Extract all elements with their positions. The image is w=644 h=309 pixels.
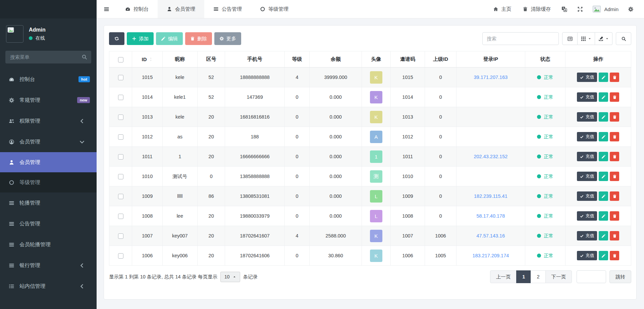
export-dropdown-button[interactable] [595,32,612,45]
sidebar-item-10[interactable]: 站内信管理 [0,276,97,297]
login-ip-link[interactable]: 182.239.115.41 [474,193,507,199]
topbar-tab-1[interactable]: 会员管理 [158,0,204,18]
row-delete-button[interactable] [610,251,619,260]
table-row[interactable]: 1008lee201988003397900.000L1008058.17.40… [109,206,631,226]
sidebar-item-7[interactable]: 公告管理 [0,213,97,234]
row-edit-button[interactable] [599,211,608,221]
language-button[interactable] [556,6,572,12]
row-delete-button[interactable] [610,112,619,122]
cell-status: 正常 [525,226,566,246]
col-header-id[interactable]: ID [132,51,162,68]
row-checkbox[interactable] [118,134,123,140]
sidebar-item-2[interactable]: 权限管理 [0,111,97,131]
row-checkbox[interactable] [118,214,123,219]
row-checkbox[interactable] [118,95,123,100]
sidebar-item-9[interactable]: 银行管理 [0,255,97,276]
row-edit-button[interactable] [599,152,608,161]
columns-dropdown-button[interactable] [578,32,595,45]
row-edit-button[interactable] [599,251,608,260]
recharge-button[interactable]: 充值 [577,231,597,240]
edit-button[interactable]: 编辑 [156,32,183,45]
row-checkbox[interactable] [118,233,123,239]
login-ip-link[interactable]: 39.171.207.163 [474,75,507,80]
row-checkbox[interactable] [118,75,123,80]
row-edit-button[interactable] [599,92,608,102]
table-row[interactable]: 1015kele5218888888888439999.000K1015039.… [109,68,631,87]
prev-page-button[interactable]: 上一页 [490,270,517,283]
login-ip-link[interactable]: 58.17.40.178 [477,213,505,219]
topbar-tab-3[interactable]: 等级管理 [251,0,298,18]
jump-button[interactable]: 跳转 [609,270,631,283]
fullscreen-button[interactable] [572,6,588,12]
recharge-button[interactable]: 充值 [577,172,597,181]
row-edit-button[interactable] [599,172,608,181]
login-ip-link[interactable]: 202.43.232.152 [474,154,507,159]
topbar-tab-0[interactable]: 控制台 [116,0,158,18]
sidebar-item-1[interactable]: 常规管理new [0,90,97,111]
row-edit-button[interactable] [599,231,608,240]
row-checkbox[interactable] [118,115,123,120]
delete-button[interactable]: 删除 [185,32,212,45]
row-delete-button[interactable] [610,211,619,221]
row-edit-button[interactable] [599,112,608,122]
row-checkbox[interactable] [118,253,123,259]
recharge-button[interactable]: 充值 [577,73,597,82]
row-checkbox[interactable] [118,154,123,160]
sidebar-item-6[interactable]: 轮播管理 [0,192,97,213]
recharge-button[interactable]: 充值 [577,251,597,260]
sidebar-item-sub-4[interactable]: 会员管理 [0,152,97,172]
recharge-button[interactable]: 充值 [577,132,597,141]
table-row[interactable]: 1010测试号01385888888800.000测10100正常充值 [109,167,631,186]
row-delete-button[interactable] [610,132,619,141]
table-row[interactable]: 1007key007201870264160742588.000K1007100… [109,226,631,246]
table-search-input[interactable] [482,32,559,45]
table-row[interactable]: 1013kele201681681681600.000K10130正常充值 [109,107,631,127]
table-row[interactable]: 1012as2018800.000A10120正常充值 [109,127,631,147]
table-row[interactable]: 1009lllll861380853108100.000L10090182.23… [109,186,631,206]
sidebar-item-3[interactable]: 会员管理 [0,131,97,152]
login-ip-link[interactable]: 183.217.209.174 [472,253,509,258]
sidebar-item-sub-5[interactable]: 等级管理 [0,172,97,192]
sidebar-item-0[interactable]: 控制台hot [0,69,97,90]
recharge-button[interactable]: 充值 [577,152,597,161]
row-delete-button[interactable] [610,152,619,161]
select-all-checkbox[interactable] [118,57,123,62]
more-button[interactable]: 更多 [214,32,241,45]
menu-toggle-button[interactable] [97,0,116,18]
clear-cache-link[interactable]: 清除缓存 [517,6,556,12]
add-button[interactable]: 添加 [127,32,154,45]
refresh-button[interactable] [109,32,124,45]
page-2-button[interactable]: 2 [531,270,545,283]
row-delete-button[interactable] [610,73,619,82]
row-checkbox[interactable] [118,194,123,199]
settings-button[interactable] [623,6,639,12]
row-checkbox[interactable] [118,174,123,179]
page-jump-input[interactable] [577,270,606,283]
row-delete-button[interactable] [610,172,619,181]
page-1-button[interactable]: 1 [516,270,531,283]
row-delete-button[interactable] [610,231,619,240]
table-row[interactable]: 1014kele15214736900.000K10140正常充值 [109,87,631,107]
table-row[interactable]: 1006key0062018702641606030.860K100610051… [109,246,631,266]
row-delete-button[interactable] [610,191,619,201]
row-edit-button[interactable] [599,73,608,82]
recharge-button[interactable]: 充值 [577,92,597,102]
page-size-select[interactable]: 10 [220,272,240,282]
user-menu[interactable]: Admin [588,5,623,13]
recharge-button[interactable]: 充值 [577,211,597,221]
col-header: 手机号 [225,51,284,68]
recharge-button[interactable]: 充值 [577,112,597,122]
detail-view-button[interactable] [562,32,578,45]
next-page-button[interactable]: 下一页 [545,270,572,283]
row-delete-button[interactable] [610,92,619,102]
menu-search-input[interactable] [5,51,91,63]
search-button[interactable] [616,32,631,45]
sidebar-item-8[interactable]: 会员轮播管理 [0,234,97,255]
home-link[interactable]: 主页 [487,6,517,12]
row-edit-button[interactable] [599,191,608,201]
row-edit-button[interactable] [599,132,608,141]
login-ip-link[interactable]: 47.57.143.16 [477,233,505,238]
table-row[interactable]: 10111201666666666600.000110110202.43.232… [109,147,631,167]
recharge-button[interactable]: 充值 [577,191,597,201]
topbar-tab-2[interactable]: 公告管理 [204,0,251,18]
